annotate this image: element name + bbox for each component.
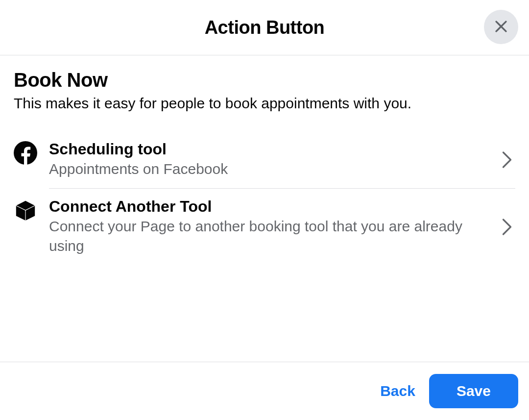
chevron-right-icon: [499, 219, 515, 235]
option-desc: Appointments on Facebook: [49, 159, 493, 179]
option-title: Scheduling tool: [49, 140, 493, 158]
cube-icon: [14, 198, 37, 222]
section-subtitle: This makes it easy for people to book ap…: [14, 95, 515, 112]
close-icon: [493, 18, 509, 36]
option-scheduling-tool[interactable]: Scheduling tool Appointments on Facebook: [14, 131, 515, 188]
option-title: Connect Another Tool: [49, 198, 493, 216]
save-button[interactable]: Save: [429, 374, 518, 408]
section-title: Book Now: [14, 69, 515, 91]
option-desc: Connect your Page to another booking too…: [49, 217, 493, 256]
option-text-block: Connect Another Tool Connect your Page t…: [49, 198, 493, 256]
dialog-footer: Back Save: [0, 362, 529, 420]
chevron-right-icon: [499, 151, 515, 168]
option-text-block: Scheduling tool Appointments on Facebook: [49, 140, 493, 179]
dialog-content: Book Now This makes it easy for people t…: [0, 55, 529, 265]
dialog-title: Action Button: [205, 17, 325, 38]
facebook-icon: [14, 141, 37, 165]
option-connect-another-tool[interactable]: Connect Another Tool Connect your Page t…: [14, 189, 515, 265]
back-button[interactable]: Back: [380, 383, 415, 399]
dialog-header: Action Button: [0, 0, 529, 55]
close-button[interactable]: [484, 10, 518, 44]
